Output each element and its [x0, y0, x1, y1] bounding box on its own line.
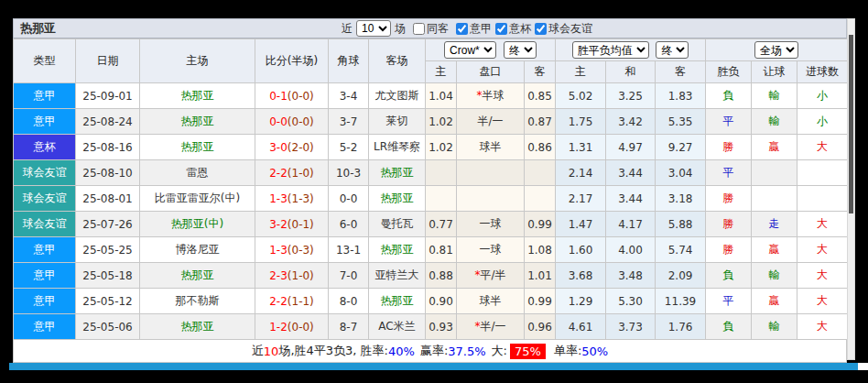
match-row: 意甲25-05-06热那亚1-2(0-0)8-7AC米兰0.93*半/一0.96… — [14, 314, 848, 340]
odds-home: 0.88 — [426, 263, 457, 289]
match-history-table: 类型 日期 主场 比分(半场) 角球 客场 Crow* 终 胜平负均值 终 全场 — [13, 38, 848, 340]
avg-away: 3.18 — [656, 186, 706, 212]
league-badge: 意甲 — [14, 289, 76, 314]
odds-home: 1.04 — [426, 83, 457, 109]
avg-away: 5.74 — [656, 237, 706, 263]
home-team: 热那亚 — [140, 263, 255, 289]
scope-select[interactable]: 全场 — [754, 41, 798, 59]
avg-final-select[interactable]: 终 — [656, 41, 689, 59]
result-wdl: 負 — [706, 314, 752, 340]
league-filter-3[interactable]: 球会友谊 — [531, 21, 592, 37]
full-time-score: 2-3 — [269, 269, 288, 282]
vertical-scrollbar[interactable] — [847, 18, 855, 360]
match-count-select[interactable]: 10 — [356, 20, 391, 37]
half-time-score: (0-1) — [288, 218, 314, 231]
corner-score: 6-0 — [329, 212, 369, 237]
scrollbar-thumb[interactable] — [849, 35, 853, 213]
summary-win-rate: 40% — [388, 345, 415, 358]
result-goals: 大 — [797, 135, 848, 160]
handicap: *平/半 — [457, 263, 525, 289]
odds-home: 0.77 — [426, 212, 457, 237]
corner-score: 10-3 — [329, 160, 369, 186]
match-row: 意甲25-05-25博洛尼亚1-3(0-3)13-1热那亚0.81一球1.081… — [14, 237, 848, 263]
league-filter-group: 意甲意杯球会友谊 — [452, 21, 592, 37]
avg-home: 1.60 — [556, 237, 606, 263]
match-date: 25-08-10 — [76, 160, 140, 186]
summary-big-rate-badge: 75% — [510, 344, 546, 359]
same-away-checkbox[interactable] — [413, 23, 425, 35]
result-wdl: 勝 — [706, 186, 752, 212]
avg-draw: 4.97 — [606, 135, 656, 160]
score-cell: 0-1(0-0) — [255, 83, 329, 109]
result-goals — [797, 186, 848, 212]
avg-draw: 3.42 — [606, 109, 656, 135]
result-wdl: 負 — [706, 83, 752, 109]
bookmaker-final-select[interactable]: 终 — [504, 41, 537, 59]
result-handicap: 走 — [752, 212, 797, 237]
col-header-avg-away: 客 — [656, 61, 706, 83]
matches-label: 场 — [395, 21, 406, 37]
match-date: 25-05-12 — [76, 289, 140, 314]
away-team: LR维琴察 — [369, 135, 426, 160]
league-filter-label: 球会友谊 — [548, 21, 592, 37]
col-header-odds-home: 主 — [426, 61, 457, 83]
league-filter-checkbox[interactable] — [495, 23, 507, 35]
bottom-bar — [9, 363, 858, 370]
avg-draw: 3.73 — [606, 314, 656, 340]
avg-away: 3.04 — [656, 160, 706, 186]
result-wdl: 勝 — [706, 237, 752, 263]
summary-handicap-label: 赢率: — [420, 343, 448, 359]
col-header-handicap: 盘口 — [457, 61, 525, 83]
result-handicap: 贏 — [752, 289, 797, 314]
odds-home: 0.90 — [426, 289, 457, 314]
avg-home: 4.61 — [556, 314, 606, 340]
same-away-label: 同客 — [427, 21, 449, 37]
col-header-corner: 角球 — [329, 39, 369, 83]
avg-draw: 3.44 — [606, 160, 656, 186]
odds-away — [525, 160, 556, 186]
league-filter-checkbox[interactable] — [535, 23, 547, 35]
col-header-type: 类型 — [14, 39, 76, 83]
odds-home — [426, 186, 457, 212]
page-title: 热那亚 — [20, 20, 56, 37]
league-badge: 球会友谊 — [14, 186, 76, 212]
match-row: 球会友谊25-08-10雷恩2-2(1-0)10-3热那亚2.143.443.0… — [14, 160, 848, 186]
same-away-filter[interactable]: 同客 — [409, 21, 449, 37]
col-header-date: 日期 — [76, 39, 140, 83]
result-goals: 小 — [797, 109, 848, 135]
half-time-score: (0-0) — [288, 321, 314, 334]
league-filter-1[interactable]: 意甲 — [452, 21, 492, 37]
handicap — [457, 160, 525, 186]
league-badge: 意甲 — [14, 109, 76, 135]
away-team: 热那亚 — [369, 160, 426, 186]
avg-home: 1.75 — [556, 109, 606, 135]
match-row: 意杯25-08-16热那亚3-0(2-0)5-2LR维琴察1.02球半0.861… — [14, 135, 848, 160]
avg-away: 11.39 — [656, 289, 706, 314]
col-header-away: 客场 — [369, 39, 426, 83]
full-time-score: 1-3 — [269, 192, 288, 205]
score-cell: 0-0(0-0) — [255, 109, 329, 135]
result-goals: 大 — [797, 237, 848, 263]
avg-select[interactable]: 胜平负均值 — [572, 41, 649, 59]
avg-draw: 4.17 — [606, 212, 656, 237]
half-time-score: (0-3) — [288, 244, 314, 257]
avg-home: 2.14 — [556, 160, 606, 186]
half-time-score: (1-3) — [288, 192, 314, 205]
result-goals: 大 — [797, 212, 848, 237]
result-goals: 大 — [797, 263, 848, 289]
full-time-score: 3-2 — [269, 218, 288, 231]
col-header-result-goals: 进球数 — [797, 61, 848, 83]
league-filter-checkbox[interactable] — [456, 23, 468, 35]
handicap-text: 平/半 — [480, 268, 505, 281]
away-team: 热那亚 — [369, 237, 426, 263]
avg-home: 1.31 — [556, 135, 606, 160]
odds-away: 0.86 — [525, 135, 556, 160]
score-cell: 1-3(1-3) — [255, 186, 329, 212]
corner-score: 8-7 — [329, 314, 369, 340]
handicap: 球半 — [457, 135, 525, 160]
bookmaker-select[interactable]: Crow* — [444, 41, 496, 59]
home-team: 热那亚(中) — [140, 212, 255, 237]
league-filter-2[interactable]: 意杯 — [492, 21, 531, 37]
result-handicap — [752, 160, 797, 186]
odds-away: 1.08 — [525, 237, 556, 263]
